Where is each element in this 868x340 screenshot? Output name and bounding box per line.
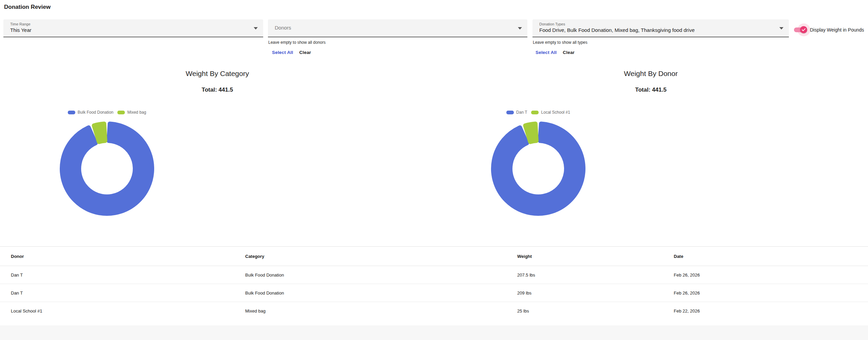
weight-by-category-chart: Weight By Category Total: 441.5 Bulk Foo…: [0, 66, 435, 224]
table-cell: Bulk Food Donation: [234, 272, 506, 278]
table-cell: Dan T: [0, 290, 234, 296]
legend-label: Dan T: [516, 110, 527, 115]
chart-title: Weight By Donor: [434, 66, 868, 78]
legend-swatch: [68, 111, 75, 114]
legend-item[interactable]: Bulk Food Donation: [68, 110, 113, 115]
table-cell: Feb 22, 2026: [663, 308, 868, 314]
footer-band: [0, 325, 868, 340]
column-header-date: Date: [663, 254, 868, 259]
table-cell: Mixed bag: [234, 308, 506, 314]
legend-swatch: [531, 111, 539, 114]
table-cell: Dan T: [0, 272, 234, 278]
chart-title: Weight By Category: [0, 66, 435, 78]
donors-actions: Select All Clear: [272, 50, 311, 55]
time-range-select[interactable]: Time Range This Year: [3, 19, 263, 37]
donut-chart: [56, 118, 158, 220]
legend-item[interactable]: Dan T: [506, 110, 527, 115]
table-cell: 25 lbs: [506, 308, 663, 314]
time-range-label: Time Range: [10, 22, 263, 26]
donation-types-clear-button[interactable]: Clear: [563, 50, 575, 55]
table-row: Dan TBulk Food Donation207.5 lbsFeb 26, …: [0, 266, 868, 284]
display-pounds-toggle[interactable]: [800, 26, 807, 33]
donors-select-all-button[interactable]: Select All: [272, 50, 293, 55]
chevron-down-icon: [254, 27, 258, 30]
donut-chart: [487, 118, 589, 220]
table-cell: Bulk Food Donation: [234, 290, 506, 296]
display-pounds-toggle-label: Display Weight in Pounds: [810, 27, 864, 33]
column-header-weight: Weight: [506, 254, 663, 259]
legend-item[interactable]: Mixed bag: [117, 110, 146, 115]
table-cell: Feb 26, 2026: [663, 272, 868, 278]
legend-item[interactable]: Local School #1: [531, 110, 570, 115]
table-header-row: Donor Category Weight Date: [0, 247, 868, 266]
table-cell: 209 lbs: [506, 290, 663, 296]
weight-by-donor-chart: Weight By Donor Total: 441.5 Dan TLocal …: [434, 66, 868, 224]
donation-types-actions: Select All Clear: [536, 50, 575, 55]
donors-clear-button[interactable]: Clear: [299, 50, 311, 55]
legend-label: Local School #1: [541, 110, 570, 115]
table-row: Dan TBulk Food Donation209 lbsFeb 26, 20…: [0, 284, 868, 302]
donation-types-label: Donation Types: [539, 22, 789, 26]
legend-label: Bulk Food Donation: [78, 110, 113, 115]
donation-types-value: Food Drive, Bulk Food Donation, Mixed ba…: [539, 27, 789, 33]
chart-total: Total: 441.5: [0, 87, 435, 93]
table-row: Local School #1Mixed bag25 lbsFeb 22, 20…: [0, 302, 868, 320]
donation-types-hint: Leave empty to show all types: [533, 40, 587, 45]
time-range-value: This Year: [10, 27, 263, 33]
chevron-down-icon: [518, 27, 522, 30]
table-cell: 207.5 lbs: [506, 272, 663, 278]
chart-legend: Bulk Food DonationMixed bag: [68, 110, 146, 115]
table-cell: Local School #1: [0, 308, 234, 314]
legend-swatch: [506, 111, 514, 114]
donation-types-select-all-button[interactable]: Select All: [536, 50, 557, 55]
donations-table: Donor Category Weight Date Dan TBulk Foo…: [0, 246, 868, 327]
table-cell: Feb 26, 2026: [663, 290, 868, 296]
donors-select[interactable]: Donors: [268, 19, 527, 37]
page-title: Donation Review: [4, 4, 51, 11]
donors-placeholder: Donors: [275, 25, 527, 31]
donation-types-select[interactable]: Donation Types Food Drive, Bulk Food Don…: [532, 19, 789, 37]
column-header-donor: Donor: [0, 254, 234, 259]
chevron-down-icon: [779, 27, 783, 30]
donors-hint: Leave empty to show all donors: [268, 40, 326, 45]
column-header-category: Category: [234, 254, 506, 259]
chart-total: Total: 441.5: [434, 87, 868, 93]
legend-swatch: [117, 111, 125, 114]
table-body: Dan TBulk Food Donation207.5 lbsFeb 26, …: [0, 266, 868, 320]
legend-label: Mixed bag: [127, 110, 146, 115]
chart-legend: Dan TLocal School #1: [506, 110, 570, 115]
check-icon: [801, 27, 806, 32]
